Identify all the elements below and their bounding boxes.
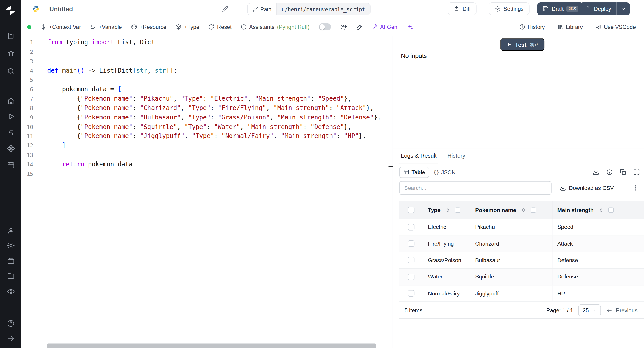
code-line[interactable]: 2 — [22, 47, 393, 56]
path-value[interactable]: u/henri/maneuverable_script — [276, 3, 370, 15]
sidebar-item-folders-icon[interactable] — [7, 272, 14, 280]
column-header-main-strength[interactable]: Main strength — [552, 201, 644, 218]
users-plus-icon[interactable] — [340, 24, 347, 30]
sidebar-item-flows-icon[interactable] — [7, 112, 14, 120]
row-checkbox[interactable] — [408, 274, 414, 280]
table-row: ElectricPikachuSpeed — [399, 219, 644, 236]
format-code-icon[interactable] — [356, 24, 362, 30]
sidebar-item-collapse-icon[interactable] — [7, 334, 14, 342]
package-icon — [176, 24, 182, 30]
column-label: Pokemon name — [475, 207, 516, 213]
code-line[interactable]: 13 — [22, 150, 393, 160]
sidebar-item-help-icon[interactable] — [7, 320, 14, 328]
column-header-type[interactable]: Type — [423, 201, 470, 218]
copy-result-icon[interactable] — [620, 169, 626, 175]
draft-button[interactable]: Draft ⌘S — [537, 2, 584, 15]
code-line[interactable]: 3 — [22, 56, 393, 66]
sidebar-item-variables-icon[interactable] — [7, 129, 14, 137]
code-line[interactable]: 5 — [22, 75, 393, 85]
table-row: Grass/PoisonBulbasaurDefense — [399, 252, 644, 268]
sidebar-item-favorites-icon[interactable] — [7, 49, 14, 57]
filter-checkbox[interactable] — [608, 207, 613, 213]
tab-history[interactable]: History — [448, 148, 465, 163]
windmill-logo-icon[interactable] — [5, 5, 16, 16]
settings-button[interactable]: Settings — [489, 2, 529, 15]
download-csv-button[interactable]: Download as CSV — [560, 185, 614, 191]
path-button[interactable]: Path — [248, 3, 276, 15]
filter-checkbox[interactable] — [531, 207, 536, 213]
table-cell: Attack — [552, 236, 644, 252]
code-line[interactable]: 11 {"Pokemon name": "Jigglypuff", "Type"… — [22, 132, 393, 141]
expand-icon[interactable] — [633, 169, 640, 175]
code-line[interactable]: 14 return pokemon_data — [22, 160, 393, 169]
download-result-icon[interactable] — [592, 169, 599, 175]
row-checkbox-cell — [399, 269, 423, 285]
code-line[interactable]: 12 ] — [22, 141, 393, 150]
library-button[interactable]: Library — [557, 24, 583, 30]
line-number: 7 — [22, 94, 33, 104]
sort-icon[interactable] — [521, 207, 526, 213]
header-checkbox-cell — [399, 201, 423, 218]
sidebar-item-settings-icon[interactable] — [7, 242, 14, 249]
view-table-button[interactable]: Table — [399, 166, 429, 178]
sidebar-item-user-icon[interactable] — [7, 227, 14, 234]
code-line[interactable]: 15 — [22, 169, 393, 178]
sidebar-item-resources-icon[interactable] — [7, 145, 14, 152]
row-checkbox[interactable] — [408, 224, 414, 230]
horizontal-scrollbar[interactable] — [47, 344, 376, 348]
view-json-button[interactable]: {} JSON — [429, 166, 460, 178]
code-line[interactable]: 8 {"Pokemon name": "Charizard", "Type": … — [22, 104, 393, 113]
sidebar-item-home-icon[interactable] — [7, 97, 14, 105]
test-button[interactable]: Test ⌘↵ — [500, 38, 544, 51]
filter-checkbox[interactable] — [455, 207, 460, 213]
code-line[interactable]: 4def main() -> List[Dict[str, str]]: — [22, 66, 393, 75]
sparkles-icon[interactable] — [406, 24, 413, 30]
rename-pencil-icon[interactable] — [222, 6, 228, 12]
row-checkbox[interactable] — [408, 290, 414, 296]
add-resource-button[interactable]: +Resource — [131, 24, 166, 30]
assistants-status: (Pyright Ruff) — [277, 24, 310, 30]
diff-button[interactable]: Diff — [448, 2, 476, 15]
deploy-menu-button[interactable] — [616, 2, 630, 15]
assistant-toggle[interactable] — [318, 24, 331, 30]
code-line[interactable]: 1from typing import List, Dict — [22, 38, 393, 47]
code-editor[interactable]: 1from typing import List, Dict234def mai… — [22, 36, 393, 348]
reset-icon — [208, 24, 215, 30]
info-icon[interactable] — [606, 169, 613, 175]
page-size-select[interactable]: 25 — [578, 304, 601, 316]
sidebar-item-workers-icon[interactable] — [7, 257, 14, 265]
use-vscode-button[interactable]: Use VSCode — [595, 24, 636, 30]
sort-icon[interactable] — [598, 207, 604, 213]
code-line[interactable]: 7 {"Pokemon name": "Pikachu", "Type": "E… — [22, 94, 393, 104]
row-checkbox[interactable] — [408, 257, 414, 264]
history-button[interactable]: History — [519, 24, 545, 30]
sidebar-item-schedules-icon[interactable] — [7, 161, 14, 169]
add-variable-button[interactable]: +Variable — [90, 24, 122, 30]
code-text — [33, 47, 47, 56]
search-input[interactable] — [399, 181, 552, 195]
add-type-button[interactable]: +Type — [176, 24, 200, 30]
sort-icon[interactable] — [445, 207, 450, 213]
column-header-pokemon-name[interactable]: Pokemon name — [470, 201, 552, 218]
code-line[interactable]: 10 {"Pokemon name": "Squirtle", "Type": … — [22, 122, 393, 132]
add-context-var-button[interactable]: +Context Var — [40, 24, 81, 30]
path-group[interactable]: Path u/henri/maneuverable_script — [247, 3, 370, 15]
deploy-button[interactable]: Deploy — [580, 2, 616, 15]
assistants-button[interactable]: Assistants (Pyright Ruff) — [240, 24, 310, 30]
select-all-checkbox[interactable] — [408, 207, 414, 213]
more-options-icon[interactable] — [632, 184, 639, 192]
ai-gen-button[interactable]: AI Gen — [372, 24, 397, 30]
row-checkbox[interactable] — [408, 240, 414, 247]
sidebar-item-search-icon[interactable] — [7, 67, 14, 75]
tab-logs-result[interactable]: Logs & Result — [401, 148, 437, 163]
sidebar-item-runs-icon[interactable] — [7, 32, 14, 40]
previous-label: Previous — [616, 307, 637, 313]
reset-button[interactable]: Reset — [208, 24, 232, 30]
code-line[interactable]: 9 {"Pokemon name": "Bulbasaur", "Type": … — [22, 113, 393, 122]
sidebar-item-audit-icon[interactable] — [7, 288, 14, 296]
code-text — [33, 56, 47, 66]
code-line[interactable]: 6 pokemon_data = [ — [22, 85, 393, 94]
chevron-down-icon — [621, 6, 626, 12]
previous-page-button[interactable]: Previous — [606, 307, 638, 313]
ai-gen-label: AI Gen — [380, 24, 397, 30]
